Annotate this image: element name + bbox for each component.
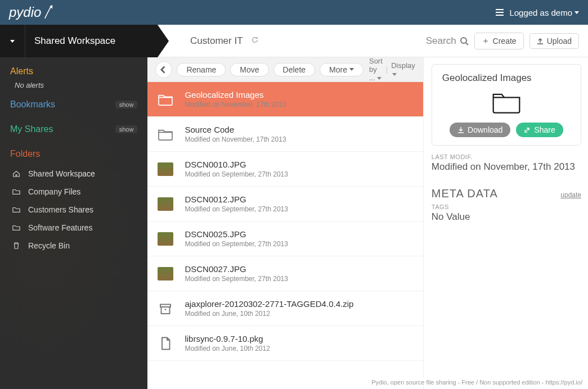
file-meta: Modified on November, 17th 2013: [185, 135, 286, 143]
refresh-icon[interactable]: [251, 35, 259, 47]
search[interactable]: Search: [426, 35, 469, 47]
metadata-header: META DATA update: [432, 187, 581, 200]
workspace-title: Shared Workspace: [25, 35, 115, 47]
file-row[interactable]: DSCN0010.JPGModified on September, 27th …: [147, 152, 423, 187]
file-meta: Modified on September, 27th 2013: [185, 240, 288, 248]
sidebar-section-bookmarks[interactable]: Bookmarks show: [0, 94, 147, 112]
breadcrumb-bar: Customer IT Search ＋ Create Upload: [158, 25, 588, 57]
upload-button[interactable]: Upload: [529, 33, 579, 49]
upload-icon: [537, 38, 544, 44]
more-button[interactable]: More: [320, 63, 363, 76]
user-menu[interactable]: Logged as demo: [496, 8, 579, 17]
create-button[interactable]: ＋ Create: [474, 33, 524, 49]
caret-down-icon: [574, 11, 579, 14]
file-icon: [158, 337, 173, 350]
detail-title: Geolocalized Images: [439, 73, 574, 84]
file-name: DSCN0027.JPG: [185, 264, 288, 274]
more-label: More: [329, 65, 347, 74]
file-name: Geolocalized Images: [185, 90, 286, 99]
tree-item-label: Recycle Bin: [28, 241, 70, 250]
plus-icon: ＋: [482, 36, 490, 46]
folder-icon: [158, 93, 173, 106]
rename-button[interactable]: Rename: [177, 63, 226, 76]
folder-icon: [158, 128, 173, 141]
detail-pane: Geolocalized Images Download Share LAST …: [424, 57, 588, 389]
menu-icon: [496, 8, 504, 17]
sidebar-section-alerts[interactable]: Alerts: [0, 61, 147, 79]
last-modif-label: LAST MODIF.: [432, 153, 581, 160]
logo-swoosh-icon: [43, 4, 53, 20]
file-row[interactable]: librsync-0.9.7-10.pkgModified on June, 1…: [147, 326, 423, 361]
tree-item-recycle-bin[interactable]: Recycle Bin: [12, 237, 137, 255]
user-name: demo: [551, 8, 572, 17]
display-mode[interactable]: Display: [391, 61, 415, 78]
logo[interactable]: pydio: [9, 4, 53, 20]
share-label: Share: [534, 125, 555, 134]
share-button[interactable]: Share: [516, 123, 563, 137]
file-row[interactable]: DSCN0025.JPGModified on September, 27th …: [147, 221, 423, 256]
file-row[interactable]: Source CodeModified on November, 17th 20…: [147, 117, 423, 152]
back-button[interactable]: [155, 61, 172, 78]
file-name: DSCN0025.JPG: [185, 229, 288, 239]
delete-button[interactable]: Delete: [273, 63, 315, 76]
workspace-selector[interactable]: Shared Workspace: [0, 25, 158, 57]
alerts-empty: No alerts: [0, 79, 147, 94]
folder-icon: [12, 206, 21, 214]
sidebar-section-folders[interactable]: Folders: [0, 143, 147, 161]
breadcrumb[interactable]: Customer IT: [190, 35, 243, 47]
separator: |: [386, 65, 388, 74]
image-thumbnail: [158, 267, 173, 281]
file-row[interactable]: DSCN0027.JPGModified on September, 27th …: [147, 256, 423, 291]
file-row[interactable]: Geolocalized ImagesModified on November,…: [147, 82, 423, 117]
file-meta: Modified on June, 10th 2012: [185, 345, 270, 352]
caret-down-icon: [349, 68, 354, 71]
sort-by[interactable]: Sort by ...: [369, 57, 383, 82]
image-thumbnail: [158, 197, 173, 211]
toolbar: Rename Move Delete More Sort by ... | Di…: [147, 57, 423, 82]
download-label: Download: [468, 125, 502, 134]
file-pane: Rename Move Delete More Sort by ... | Di…: [147, 57, 423, 389]
bookmarks-label: Bookmarks: [10, 99, 55, 110]
archive-icon: [158, 302, 173, 315]
home-icon: [12, 170, 21, 178]
sidebar-section-shares[interactable]: My Shares show: [0, 119, 147, 137]
tree-item-label: Shared Workspace: [28, 169, 95, 178]
detail-card: Geolocalized Images Download Share: [432, 64, 581, 146]
user-prefix: Logged as: [509, 8, 549, 17]
trash-icon: [12, 242, 21, 250]
tags-label: TAGS: [432, 203, 581, 210]
tags-block: TAGS No Value: [432, 203, 581, 223]
file-row[interactable]: DSCN0012.JPGModified on September, 27th …: [147, 187, 423, 221]
file-list: Geolocalized ImagesModified on November,…: [147, 82, 423, 389]
download-button[interactable]: Download: [450, 123, 510, 137]
workspace-dropdown-toggle[interactable]: [0, 25, 25, 57]
file-meta: Modified on June, 10th 2012: [185, 310, 353, 318]
folder-large-icon: [439, 87, 574, 117]
tree-item-company-files[interactable]: Company Files: [12, 183, 137, 201]
svg-point-0: [461, 38, 466, 43]
caret-down-icon: [377, 77, 381, 80]
file-name: Source Code: [185, 125, 286, 134]
file-name: DSCN0012.JPG: [185, 194, 288, 204]
shares-show-toggle[interactable]: show: [115, 125, 138, 133]
main: Alerts No alerts Bookmarks show My Share…: [0, 57, 588, 389]
tree-item-software-features[interactable]: Software Features: [12, 219, 137, 237]
download-icon: [457, 126, 464, 133]
alerts-label: Alerts: [10, 66, 33, 76]
sidebar: Alerts No alerts Bookmarks show My Share…: [0, 57, 147, 389]
upload-label: Upload: [547, 37, 572, 46]
search-icon: [460, 37, 469, 46]
file-name: ajaxplorer-20120302-2771-TAGGED4.0.4.zip: [185, 299, 353, 309]
search-label: Search: [426, 35, 456, 47]
last-modif-block: LAST MODIF. Modified on November, 17th 2…: [432, 153, 581, 173]
move-button[interactable]: Move: [230, 63, 268, 76]
image-thumbnail: [158, 162, 173, 176]
file-meta: Modified on September, 27th 2013: [185, 275, 288, 283]
file-meta: Modified on September, 27th 2013: [185, 170, 288, 178]
tree-item-shared-workspace[interactable]: Shared Workspace: [12, 165, 137, 183]
file-row[interactable]: ajaxplorer-20120302-2771-TAGGED4.0.4.zip…: [147, 291, 423, 326]
metadata-update-link[interactable]: update: [560, 191, 581, 199]
bookmarks-show-toggle[interactable]: show: [115, 101, 138, 108]
tree-item-label: Customers Shares: [28, 205, 93, 214]
tree-item-customers-shares[interactable]: Customers Shares: [12, 201, 137, 219]
